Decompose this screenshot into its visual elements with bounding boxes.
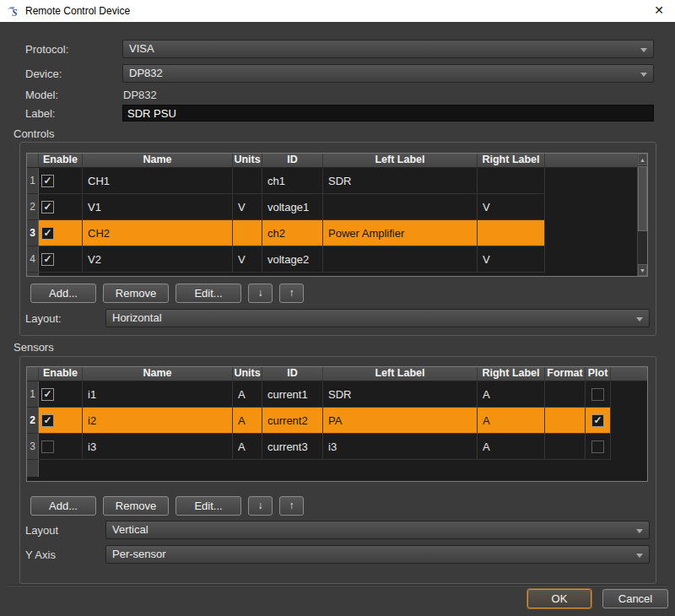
row-number[interactable]: 3 [27, 434, 39, 460]
column-header-id[interactable]: ID [262, 367, 323, 381]
cell-left[interactable]: SDR [323, 381, 478, 408]
sensors-move-down-button[interactable]: ↓ [248, 496, 273, 516]
cell-id[interactable]: ch2 [262, 220, 323, 246]
cell-right[interactable]: A [478, 434, 545, 460]
cell-name[interactable]: V2 [83, 246, 233, 273]
cell-right[interactable] [478, 220, 545, 246]
cell-id[interactable]: voltage2 [262, 246, 323, 273]
cell-left[interactable]: Power Amplifier [323, 220, 478, 246]
cell-name[interactable]: CH2 [83, 220, 233, 246]
cell-format[interactable] [545, 408, 586, 434]
enable-checkbox[interactable]: ✓ [41, 414, 54, 427]
enable-checkbox[interactable]: ✓ [41, 253, 54, 266]
close-icon[interactable]: ✕ [654, 3, 664, 17]
table-row[interactable]: 2✓V1Vvoltage1V [27, 194, 647, 220]
table-row[interactable]: 3i3Acurrent3i3A [27, 434, 647, 460]
cell-right[interactable]: A [478, 408, 545, 434]
scroll-down-icon[interactable]: ▼ [638, 264, 647, 276]
y-axis-dropdown[interactable]: Per-sensor [105, 545, 650, 564]
row-number[interactable]: 4 [27, 246, 39, 273]
row-number[interactable]: 1 [27, 168, 39, 194]
device-dropdown[interactable]: DP832 [122, 64, 654, 83]
enable-checkbox[interactable]: ✓ [41, 388, 54, 401]
enable-checkbox[interactable]: ✓ [41, 201, 54, 213]
column-header-id[interactable]: ID [262, 154, 323, 167]
row-number[interactable]: 2 [27, 408, 39, 434]
table-row[interactable]: 1✓i1Acurrent1SDRA [27, 381, 647, 408]
ok-button[interactable]: OK [527, 589, 591, 608]
column-header-name[interactable]: Name [83, 154, 233, 167]
controls-move-down-button[interactable]: ↓ [248, 284, 273, 303]
cell-id[interactable]: ch1 [262, 168, 323, 194]
cell-units[interactable]: A [233, 434, 262, 460]
row-number[interactable]: 1 [27, 381, 39, 408]
cell-id[interactable]: current3 [262, 434, 323, 460]
cell-name[interactable]: CH1 [83, 168, 233, 194]
cell-name[interactable]: i2 [83, 408, 233, 434]
column-header-right-label[interactable]: Right Label [478, 367, 545, 381]
arrow-up-icon: ↑ [289, 287, 294, 299]
cell-id[interactable]: current1 [262, 381, 323, 408]
sensors-edit-button[interactable]: Edit... [176, 496, 241, 516]
table-row[interactable]: 3✓CH2ch2Power Amplifier [27, 220, 647, 246]
column-header-name[interactable]: Name [83, 367, 233, 381]
cell-left[interactable] [323, 194, 478, 220]
column-header-left-label[interactable]: Left Label [323, 367, 478, 381]
controls-move-up-button[interactable]: ↑ [279, 284, 304, 303]
cell-name[interactable]: i1 [83, 381, 233, 408]
cell-name[interactable]: i3 [83, 434, 233, 460]
scrollbar-thumb[interactable] [638, 166, 647, 231]
cell-units[interactable]: V [233, 246, 262, 273]
table-row[interactable]: 2✓i2Acurrent2PAA✓ [27, 408, 647, 434]
cell-units[interactable]: V [233, 194, 262, 220]
column-header-format[interactable]: Format [545, 367, 586, 381]
cell-left[interactable]: SDR [323, 168, 478, 194]
sensors-remove-button[interactable]: Remove [103, 496, 169, 516]
controls-edit-button[interactable]: Edit... [176, 284, 241, 303]
scroll-up-icon[interactable]: ▲ [638, 154, 647, 165]
row-number[interactable]: 3 [27, 220, 39, 246]
cell-format[interactable] [545, 381, 586, 408]
cell-right[interactable]: V [478, 194, 545, 220]
table-row[interactable]: 4✓V2Vvoltage2V [27, 246, 647, 273]
cell-units[interactable] [233, 168, 262, 194]
plot-checkbox[interactable]: ✓ [591, 414, 604, 427]
protocol-dropdown[interactable]: VISA [122, 40, 654, 58]
sensors-add-button[interactable]: Add... [30, 496, 96, 516]
cell-name[interactable]: V1 [83, 194, 233, 220]
scrollbar[interactable]: ▲ ▼ [637, 154, 647, 276]
column-header-units[interactable]: Units [233, 367, 262, 381]
enable-checkbox[interactable]: ✓ [41, 175, 54, 187]
column-header-plot[interactable]: Plot [586, 367, 611, 381]
cell-right[interactable] [478, 168, 545, 194]
enable-checkbox[interactable]: ✓ [41, 227, 54, 240]
column-header-enable[interactable]: Enable [39, 367, 83, 381]
controls-remove-button[interactable]: Remove [103, 284, 169, 303]
cell-id[interactable]: current2 [262, 408, 323, 434]
sensors-layout-dropdown[interactable]: Vertical [105, 521, 650, 539]
column-header-right-label[interactable]: Right Label [478, 154, 545, 167]
cell-right[interactable]: V [478, 246, 545, 273]
cell-id[interactable]: voltage1 [262, 194, 323, 220]
controls-layout-dropdown[interactable]: Horizontal [105, 309, 650, 327]
plot-checkbox[interactable] [591, 388, 604, 401]
table-row[interactable]: 1✓CH1ch1SDR [27, 168, 647, 194]
cell-units[interactable]: A [233, 381, 262, 408]
row-number[interactable]: 2 [27, 194, 39, 220]
cell-format[interactable] [545, 434, 586, 460]
controls-add-button[interactable]: Add... [30, 284, 96, 303]
column-header-left-label[interactable]: Left Label [323, 154, 478, 167]
cell-units[interactable]: A [233, 408, 262, 434]
cell-left[interactable] [323, 246, 478, 273]
cancel-button[interactable]: Cancel [602, 589, 668, 608]
plot-checkbox[interactable] [591, 440, 604, 453]
sensors-move-up-button[interactable]: ↑ [279, 496, 304, 516]
enable-checkbox[interactable] [41, 440, 54, 453]
label-input[interactable] [122, 105, 654, 122]
cell-left[interactable]: PA [323, 408, 478, 434]
cell-right[interactable]: A [478, 381, 545, 408]
cell-units[interactable] [233, 220, 262, 246]
column-header-enable[interactable]: Enable [39, 154, 83, 167]
column-header-units[interactable]: Units [233, 154, 262, 167]
cell-left[interactable]: i3 [323, 434, 478, 460]
